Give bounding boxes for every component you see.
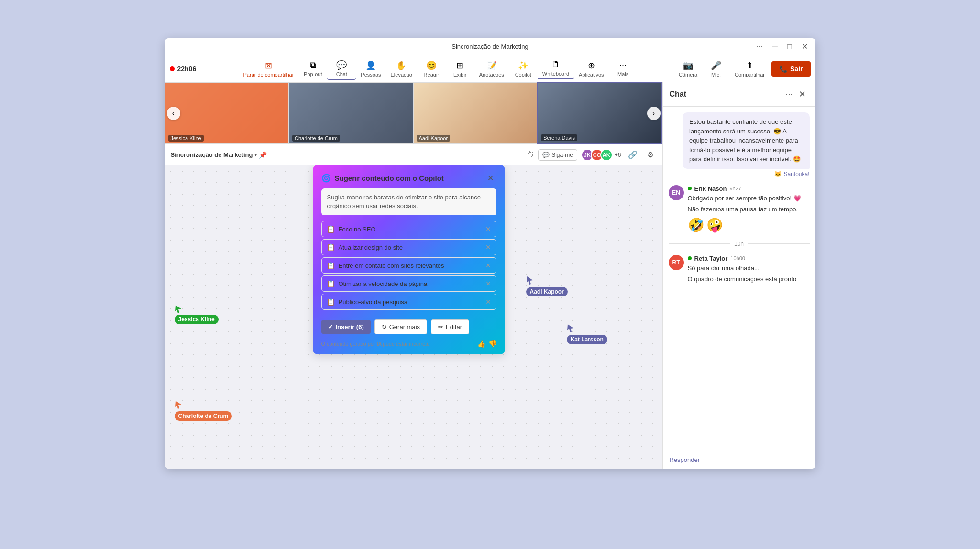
cursor-kat-arrow [567,323,574,333]
leave-button[interactable]: 📞 Sair [771,61,810,77]
cursor-aadi: Aadi Kapoor [526,275,568,296]
kat-cursor-label: Kat Larsson [567,335,607,344]
camera-icon: 📷 [683,60,694,71]
item-2-remove[interactable]: ✕ [485,243,491,251]
insert-label: Inserir (6) [336,323,364,330]
pin-icon: 📌 [259,151,267,159]
people-button[interactable]: 👤 Pessoas [356,58,385,79]
charlotte-name: Charlotte de Crum [292,135,340,142]
meeting-dropdown-icon[interactable]: ▾ [254,152,257,157]
copilot-item-5[interactable]: 📋 Público-alvo da pesquisa ✕ [321,294,496,310]
copilot-item-2[interactable]: 📋 Atualizar design do site ✕ [321,239,496,255]
insert-button[interactable]: ✓ Inserir (6) [321,320,371,334]
camera-button[interactable]: 📷 Câmera [675,58,701,79]
cursor-jessica: Jessica Kline [175,304,219,324]
follow-me-label: Siga-me [551,152,573,158]
serena-name: Serena Davis [541,134,577,141]
reta-text-2: O quadro de comunicações está pronto [688,274,810,284]
avatar-stack: JK CC AK +6 [581,149,621,161]
copilot-item-3[interactable]: 📋 Entre em contato com sites relevantes … [321,257,496,274]
stop-share-icon: ⊠ [265,60,272,71]
copilot-item-4[interactable]: 📋 Otimizar a velocidade da página ✕ [321,275,496,292]
apps-button[interactable]: ⊕ Aplicativos [574,58,609,79]
item-3-remove[interactable]: ✕ [485,262,491,269]
chat-panel: Chat ··· ✕ Estou bastante confiante de q… [662,82,815,469]
nav-left-button[interactable]: ‹ [167,107,180,120]
item-4-remove[interactable]: ✕ [485,280,491,287]
divider-label: 10h [734,241,744,247]
refresh-icon: ↻ [382,323,387,330]
whiteboard-icon: 🗒 [551,60,560,70]
item-2-icon: 📋 [327,243,335,251]
thumbs-down-icon[interactable]: 👎 [488,340,496,348]
share-info-icon[interactable]: 🔗 [625,148,640,161]
more-options-icon[interactable]: ··· [753,42,765,52]
people-icon: 👤 [365,60,376,71]
charlotte-cursor-label: Charlotte de Crum [175,411,232,421]
meeting-stage[interactable]: 🌀 Sugerir conteúdo com o Copilot ✕ Sugir… [165,165,662,469]
jessica-name: Jessica Kline [168,135,204,142]
reta-message: RT Reta Taylor 10h00 Só para dar uma olh… [669,255,810,284]
toolbar: 22h06 ⊠ Parar de compartilhar ⧉ Pop-out … [165,55,815,82]
notes-button[interactable]: 📝 Anotações [474,58,509,79]
close-button[interactable]: ✕ [799,41,811,52]
erik-text-1: Obrigado por ser sempre tão positivo! 💗 [688,194,810,203]
reta-avatar: RT [669,255,684,270]
follow-me-button[interactable]: 💬 Siga-me [538,149,577,161]
react-label: Reagir [424,72,439,77]
edit-button[interactable]: ✏ Editar [431,319,469,334]
reta-text-1: Só para dar uma olhada... [688,264,810,273]
copilot-button[interactable]: ✨ Copilot [509,58,538,79]
nav-right-button[interactable]: › [647,107,661,120]
copilot-footer: ✓ Inserir (6) ↻ Gerar mais ✏ Editar [314,314,504,340]
copilot-prompt: Sugira maneiras baratas de otimizar o si… [321,188,496,215]
settings-icon[interactable]: ⚙ [644,148,657,161]
apps-label: Aplicativos [579,72,604,77]
reta-time: 10h00 [730,255,745,261]
check-icon: ✓ [328,323,333,330]
maximize-button[interactable]: □ [784,42,795,52]
thumbs-up-icon[interactable]: 👍 [477,340,485,348]
generate-button[interactable]: ↻ Gerar mais [374,319,427,334]
whiteboard-button[interactable]: 🗒 Whiteboard [538,58,574,79]
copilot-icon: ✨ [518,60,529,71]
react-button[interactable]: 😊 Reagir [417,58,446,79]
item-5-text: Público-alvo da pesquisa [339,298,482,306]
erik-avatar: EN [669,185,684,200]
share-button[interactable]: ⬆ Compartilhar [731,58,769,79]
avatar-3[interactable]: AK [600,149,613,161]
timer-area: 22h06 [170,65,197,73]
chat-more-button[interactable]: ··· [782,88,795,100]
item-1-remove[interactable]: ✕ [485,225,491,233]
chat-messages[interactable]: Estou bastante confiante de que este lan… [663,107,815,450]
view-button[interactable]: ⊞ Exibir [446,58,474,79]
app-window: Sincronização de Marketing ··· ─ □ ✕ 22h… [165,38,815,469]
phone-icon: 📞 [779,65,787,73]
cursor-charlotte-arrow [175,400,182,409]
participants-strip: ‹ Jessica Kline Charlotte de Crum Aadi K… [165,82,662,144]
item-1-icon: 📋 [327,225,335,233]
more-icon: ··· [619,60,627,70]
chat-footer: Responder [663,450,815,469]
mic-button[interactable]: 🎤 Mic. [704,58,728,79]
more-label: Mais [617,71,628,77]
chat-close-button[interactable]: ✕ [796,88,809,100]
raise-icon: ✋ [396,60,407,71]
copilot-close-button[interactable]: ✕ [484,173,496,184]
aadi-name: Aadi Kapoor [417,135,451,142]
plus-count: +6 [615,152,621,158]
santouka-emoji: 🐱 [774,171,782,177]
item-5-remove[interactable]: ✕ [485,298,491,306]
raise-button[interactable]: ✋ Elevação [386,58,417,79]
meeting-title: Sincronização de Marketing [451,43,528,50]
copilot-item-1[interactable]: 📋 Foco no SEO ✕ [321,221,496,237]
chat-button[interactable]: 💬 Chat [327,58,356,80]
stop-share-button[interactable]: ⊠ Parar de compartilhar [239,58,299,79]
reply-button[interactable]: Responder [670,456,700,463]
more-button[interactable]: ··· Mais [609,58,638,79]
recording-indicator [170,66,175,71]
minimize-button[interactable]: ─ [769,42,780,52]
camera-label: Câmera [679,72,697,77]
participant-tile-jessica: Jessica Kline [165,82,289,144]
popout-button[interactable]: ⧉ Pop-out [298,58,327,79]
